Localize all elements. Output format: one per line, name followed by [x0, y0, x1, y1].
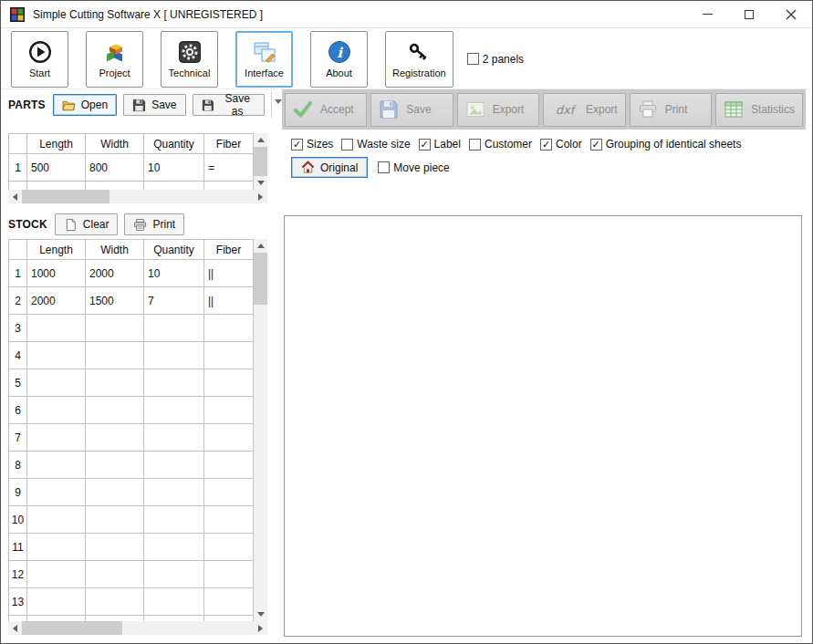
stock-cell[interactable]	[86, 506, 144, 534]
stock-column-header[interactable]: Fiber	[204, 240, 254, 260]
stock-cell[interactable]	[144, 369, 204, 397]
parts-cell[interactable]	[204, 182, 254, 191]
stock-cell[interactable]	[86, 315, 144, 342]
parts-column-header[interactable]: Width	[86, 134, 144, 154]
stock-cell[interactable]: ||	[204, 260, 254, 287]
stock-row-number[interactable]: 9	[9, 479, 27, 506]
stock-row-number[interactable]: 4	[9, 342, 27, 369]
stock-cell[interactable]: 7	[144, 287, 204, 315]
scroll-down-button[interactable]	[254, 176, 267, 190]
stock-cell[interactable]: ||	[204, 287, 254, 315]
stock-cell[interactable]	[86, 561, 144, 588]
scroll-track[interactable]	[122, 621, 254, 635]
stock-cell[interactable]	[204, 424, 254, 452]
stock-row-number[interactable]: 11	[9, 534, 27, 561]
scroll-thumb[interactable]	[22, 190, 109, 203]
option-color[interactable]: ✓Color	[540, 138, 582, 151]
parts-cell[interactable]: 800	[86, 154, 144, 182]
stock-cell[interactable]	[86, 342, 144, 369]
stock-row-number[interactable]: 1	[9, 260, 27, 287]
option-sizes[interactable]: ✓Sizes	[291, 138, 333, 151]
toolbar-button-project[interactable]: Project	[86, 31, 143, 88]
stock-cell[interactable]	[144, 397, 204, 424]
original-button[interactable]: Original	[291, 157, 368, 178]
scroll-thumb[interactable]	[254, 147, 267, 176]
result-save-button[interactable]: Save	[370, 93, 453, 127]
stock-cell[interactable]: 2000	[86, 260, 144, 287]
stock-row-number[interactable]: 12	[9, 561, 27, 588]
stock-column-header[interactable]: Quantity	[144, 240, 204, 260]
stock-cell[interactable]	[27, 452, 86, 479]
stock-cell[interactable]	[86, 534, 144, 561]
stock-cell[interactable]	[144, 342, 204, 369]
stock-cell[interactable]	[27, 479, 86, 506]
stock-column-header[interactable]: Length	[27, 240, 86, 260]
chevron-down-icon[interactable]	[275, 99, 282, 104]
result-print-button[interactable]: Print	[630, 93, 712, 127]
stock-cell[interactable]	[86, 452, 144, 479]
stock-cell[interactable]	[86, 424, 144, 452]
stock-cell[interactable]	[204, 397, 254, 424]
close-button[interactable]	[770, 1, 812, 27]
parts-cell[interactable]	[86, 182, 144, 191]
scroll-up-button[interactable]	[254, 239, 267, 253]
stock-cell[interactable]	[27, 588, 86, 616]
option-waste-size[interactable]: Waste size	[341, 138, 410, 151]
parts-cell[interactable]: 500	[27, 154, 86, 182]
stock-cell[interactable]: 1000	[27, 260, 86, 287]
toolbar-button-registration[interactable]: Registration	[385, 31, 453, 88]
stock-grid-vscrollbar[interactable]	[254, 239, 267, 621]
stock-cell[interactable]	[27, 534, 86, 561]
parts-grid-vscrollbar[interactable]	[254, 133, 267, 190]
parts-cell[interactable]: =	[204, 154, 254, 182]
parts-column-header[interactable]: Quantity	[144, 134, 204, 154]
parts-save-as-button[interactable]: Save as	[193, 94, 266, 116]
stock-cell[interactable]	[144, 424, 204, 452]
stock-cell[interactable]	[144, 534, 204, 561]
stock-cell[interactable]	[204, 369, 254, 397]
parts-cell[interactable]	[144, 182, 204, 191]
stock-cell[interactable]	[144, 315, 204, 342]
result-statistics-button[interactable]: Statistics	[715, 93, 803, 127]
stock-cell[interactable]	[204, 452, 254, 479]
stock-row-number[interactable]: 7	[9, 424, 27, 452]
stock-print-button[interactable]: Print	[124, 213, 184, 235]
stock-cell[interactable]	[204, 561, 254, 588]
stock-row-number[interactable]: 3	[9, 315, 27, 342]
stock-cell[interactable]	[27, 397, 86, 424]
stock-grid-hscrollbar[interactable]	[8, 621, 267, 635]
layout-canvas[interactable]	[284, 215, 802, 637]
scroll-down-button[interactable]	[254, 608, 267, 621]
stock-cell[interactable]	[204, 479, 254, 506]
stock-clear-button[interactable]: Clear	[55, 213, 119, 235]
option-grouping-of-identical-sheets[interactable]: ✓Grouping of identical sheets	[590, 138, 742, 151]
scroll-left-button[interactable]	[8, 621, 22, 635]
stock-cell[interactable]	[204, 588, 254, 616]
result-accept-button[interactable]: Accept	[285, 93, 367, 127]
parts-open-button[interactable]: Open	[53, 94, 117, 116]
scroll-right-button[interactable]	[254, 190, 267, 203]
parts-row-number[interactable]: 1	[9, 154, 27, 182]
move-piece-checkbox[interactable]: Move piece	[378, 161, 449, 174]
toolbar-button-interface[interactable]: Interface	[235, 31, 293, 88]
stock-cell[interactable]	[27, 561, 86, 588]
scroll-track[interactable]	[254, 147, 267, 176]
stock-cell[interactable]	[27, 369, 86, 397]
stock-cell[interactable]	[204, 534, 254, 561]
toolbar-button-about[interactable]: iAbout	[310, 31, 368, 88]
stock-cell[interactable]: 2000	[27, 287, 86, 315]
stock-cell[interactable]	[86, 369, 144, 397]
stock-cell[interactable]	[27, 342, 86, 369]
stock-row-number[interactable]: 10	[9, 506, 27, 534]
scroll-right-button[interactable]	[254, 621, 267, 635]
scroll-track[interactable]	[109, 190, 254, 203]
parts-cell[interactable]: 10	[144, 154, 204, 182]
stock-row-number[interactable]: 2	[9, 287, 27, 315]
stock-cell[interactable]	[144, 561, 204, 588]
scroll-left-button[interactable]	[8, 190, 22, 203]
toolbar-button-start[interactable]: Start	[11, 31, 68, 88]
result-export-dxf-button[interactable]: dxfExport	[543, 93, 626, 127]
minimize-button[interactable]	[686, 1, 728, 27]
stock-row-number[interactable]: 5	[9, 369, 27, 397]
two-panels-checkbox[interactable]: 2 panels	[467, 53, 524, 66]
